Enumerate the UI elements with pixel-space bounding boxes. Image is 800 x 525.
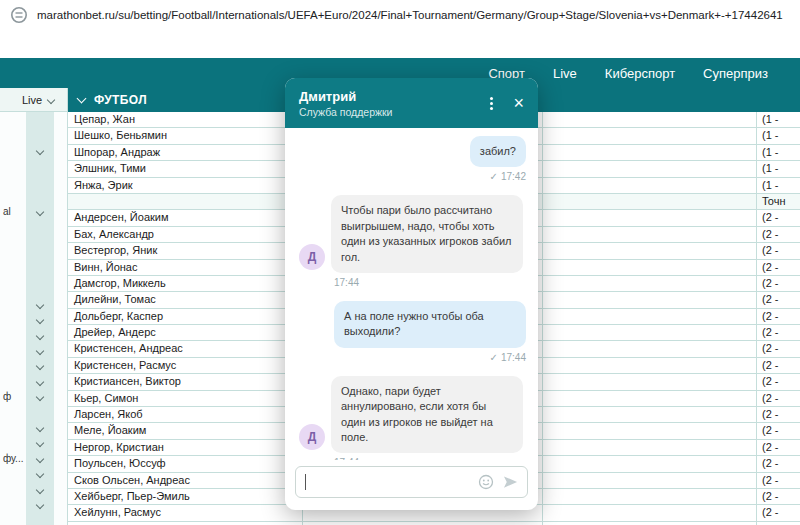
odds-cell[interactable]: [543, 423, 757, 438]
odds-cell-partial[interactable]: (2 -: [757, 292, 800, 307]
odds-cell-partial[interactable]: (2 -: [757, 243, 800, 258]
close-icon[interactable]: ×: [513, 94, 524, 112]
odds-cell-partial[interactable]: (2 -: [757, 456, 800, 471]
odds-cell[interactable]: [543, 145, 757, 160]
odds-cell[interactable]: [543, 391, 757, 406]
chat-agent-identity: Дмитрий Служба поддержки: [299, 89, 490, 118]
odds-cell-partial[interactable]: (2 -: [757, 227, 800, 242]
chevron-down-icon[interactable]: [36, 485, 44, 493]
sidebar-item[interactable]: [0, 374, 67, 389]
odds-cell-partial[interactable]: Точн: [757, 194, 800, 209]
odds-cell[interactable]: [543, 210, 757, 225]
send-icon[interactable]: [503, 475, 518, 489]
emoji-icon[interactable]: [478, 474, 494, 490]
sidebar-item[interactable]: [0, 143, 67, 158]
chat-message-input[interactable]: [295, 466, 528, 498]
url-text[interactable]: marathonbet.ru/su/betting/Football/Inter…: [37, 9, 783, 21]
chevron-down-icon[interactable]: [36, 208, 44, 216]
sidebar-item[interactable]: [0, 435, 67, 450]
odds-cell[interactable]: [543, 505, 757, 520]
sidebar-item[interactable]: al: [0, 204, 67, 219]
odds-cell[interactable]: [543, 292, 757, 307]
chevron-down-icon[interactable]: [36, 378, 44, 386]
chevron-down-icon[interactable]: [36, 455, 44, 463]
odds-cell[interactable]: [543, 341, 757, 356]
odds-cell-partial[interactable]: (2 -: [757, 489, 800, 504]
chevron-down-icon[interactable]: [36, 331, 44, 339]
sidebar-item[interactable]: [0, 297, 67, 312]
odds-cell-partial[interactable]: (2 -: [757, 440, 800, 455]
sidebar-live-tab[interactable]: Live: [0, 88, 67, 112]
browser-url-bar[interactable]: marathonbet.ru/su/betting/Football/Inter…: [0, 0, 800, 30]
sidebar-item[interactable]: [0, 328, 67, 343]
odds-cell[interactable]: [543, 309, 757, 324]
odds-cell-partial[interactable]: (2 -: [757, 309, 800, 324]
message-bubble: забил?: [470, 136, 526, 167]
odds-cell-partial[interactable]: (1 -: [757, 112, 800, 127]
odds-cell[interactable]: [543, 489, 757, 504]
sidebar-item[interactable]: [0, 358, 67, 373]
chevron-down-icon[interactable]: [36, 362, 44, 370]
odds-cell[interactable]: [543, 227, 757, 242]
chevron-down-icon[interactable]: [36, 501, 44, 509]
read-tick-icon: ✓: [490, 352, 498, 363]
sidebar-item[interactable]: [0, 497, 67, 512]
odds-cell-partial[interactable]: (2 -: [757, 325, 800, 340]
odds-cell[interactable]: [543, 407, 757, 422]
odds-cell-partial[interactable]: (2 -: [757, 423, 800, 438]
odds-cell-partial[interactable]: (1 -: [757, 161, 800, 176]
odds-cell[interactable]: [543, 374, 757, 389]
odds-cell-partial[interactable]: (1 -: [757, 128, 800, 143]
odds-cell[interactable]: [543, 440, 757, 455]
sidebar-item[interactable]: [0, 466, 67, 481]
odds-cell[interactable]: [543, 128, 757, 143]
odds-cell-partial[interactable]: (2 -: [757, 374, 800, 389]
odds-cell-partial[interactable]: (2 -: [757, 276, 800, 291]
odds-cell-partial[interactable]: (2 -: [757, 341, 800, 356]
odds-cell[interactable]: [543, 456, 757, 471]
top-nav-link[interactable]: Live: [553, 66, 577, 81]
section-title: ФУТБОЛ: [94, 93, 147, 107]
odds-cell[interactable]: [543, 276, 757, 291]
chevron-down-icon[interactable]: [36, 439, 44, 447]
odds-cell-partial[interactable]: (2 -: [757, 391, 800, 406]
chevron-down-icon[interactable]: [36, 393, 44, 401]
menu-dots-icon[interactable]: [490, 102, 493, 105]
chevron-down-icon[interactable]: [36, 470, 44, 478]
top-nav-link[interactable]: Суперприз: [703, 66, 768, 81]
sidebar-item[interactable]: фу...: [0, 451, 67, 466]
odds-cell[interactable]: [543, 243, 757, 258]
sidebar-item[interactable]: [0, 343, 67, 358]
odds-cell[interactable]: [543, 325, 757, 340]
sidebar-item[interactable]: [0, 312, 67, 327]
odds-cell[interactable]: [543, 260, 757, 275]
odds-cell[interactable]: [543, 358, 757, 373]
odds-cell[interactable]: [543, 178, 757, 193]
top-nav-link[interactable]: Киберспорт: [605, 66, 675, 81]
odds-cell[interactable]: [543, 473, 757, 488]
odds-cell-partial[interactable]: (1 -: [757, 145, 800, 160]
odds-cell-partial[interactable]: (2 -: [757, 210, 800, 225]
sidebar-item[interactable]: ф: [0, 389, 67, 404]
odds-cell-partial[interactable]: (2 -: [757, 505, 800, 520]
site-info-icon[interactable]: [10, 6, 28, 24]
chevron-down-icon[interactable]: [36, 347, 44, 355]
odds-cell[interactable]: [543, 112, 757, 127]
chevron-down-icon[interactable]: [36, 316, 44, 324]
sidebar: Live al: [0, 88, 68, 525]
chevron-down-icon[interactable]: [36, 147, 44, 155]
sidebar-item-label: al: [3, 206, 11, 217]
player-name-cell: Винн, Йонас: [68, 260, 303, 275]
odds-cell-partial[interactable]: (2 -: [757, 473, 800, 488]
odds-cell-partial[interactable]: (2 -: [757, 407, 800, 422]
sidebar-item[interactable]: [0, 420, 67, 435]
odds-cell-partial[interactable]: (1 -: [757, 178, 800, 193]
odds-cell-partial[interactable]: (2 -: [757, 260, 800, 275]
player-name-cell: Цепар, Жан: [68, 112, 303, 127]
odds-cell[interactable]: [543, 161, 757, 176]
chevron-down-icon[interactable]: [36, 301, 44, 309]
odds-cell[interactable]: [543, 194, 757, 209]
chevron-down-icon[interactable]: [36, 424, 44, 432]
odds-cell-partial[interactable]: (2 -: [757, 358, 800, 373]
sidebar-item[interactable]: [0, 482, 67, 497]
